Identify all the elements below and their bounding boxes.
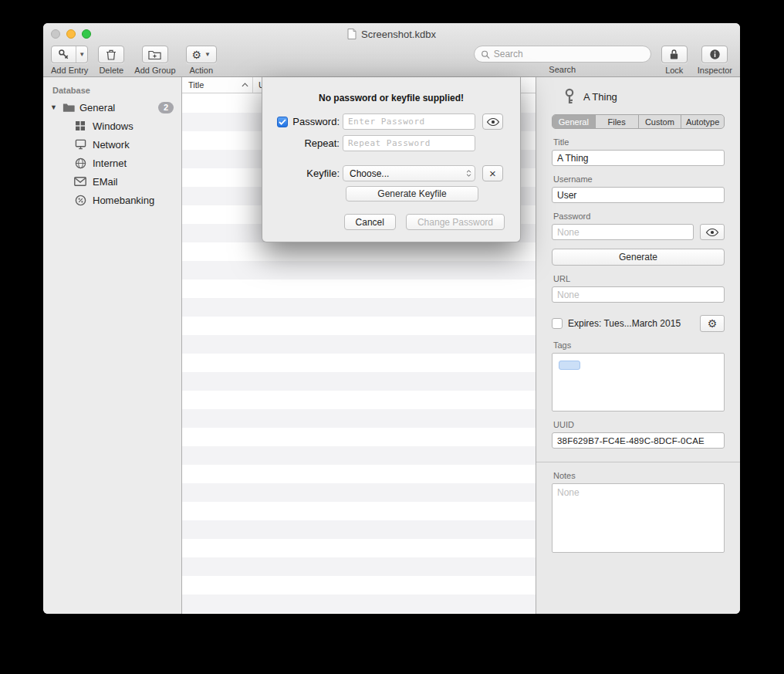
column-header-title[interactable]: Title xyxy=(182,77,253,93)
sidebar-item-network[interactable]: Network xyxy=(43,135,181,154)
enter-password-input[interactable] xyxy=(343,113,475,130)
password-checkbox[interactable] xyxy=(277,117,288,127)
tag-chip[interactable] xyxy=(559,361,580,370)
sidebar-item-general[interactable]: ▼ General 2 xyxy=(43,98,181,117)
tab-files[interactable]: Files xyxy=(595,115,638,128)
traffic-lights xyxy=(51,29,91,39)
generate-button[interactable]: Generate xyxy=(552,249,725,266)
sidebar-item-label: Windows xyxy=(93,120,133,132)
repeat-password-input[interactable] xyxy=(343,135,475,151)
keyfile-row: Keyfile: Choose... × xyxy=(262,165,520,181)
folder-icon xyxy=(63,101,75,113)
expires-row: Expires: Tues...March 2015 ⚙ xyxy=(552,315,725,332)
eye-icon xyxy=(705,228,719,237)
delete-button[interactable] xyxy=(98,46,124,63)
delete-label: Delete xyxy=(99,66,123,75)
sidebar-item-homebanking[interactable]: Homebanking xyxy=(43,191,181,209)
username-field[interactable] xyxy=(552,187,725,203)
inspector-button[interactable] xyxy=(701,46,728,63)
lock-button[interactable] xyxy=(661,46,688,63)
sidebar-item-label: Network xyxy=(93,139,130,151)
network-icon xyxy=(74,138,86,151)
add-entry-button[interactable]: ▼ xyxy=(51,46,88,63)
add-group-item: Add Group xyxy=(134,46,175,75)
inspector-tabs: General Files Custom Autotype xyxy=(552,114,725,129)
inspector-entry-header: A Thing xyxy=(552,85,725,114)
tags-box[interactable] xyxy=(552,353,725,412)
key-icon xyxy=(52,46,76,63)
titlebar: Screenshot.kdbx xyxy=(43,23,740,45)
document-icon xyxy=(347,29,357,39)
add-group-button[interactable] xyxy=(142,46,168,63)
window-title-group: Screenshot.kdbx xyxy=(347,29,436,40)
action-item: ⚙ ▼ Action xyxy=(186,46,217,75)
close-x-icon: × xyxy=(489,168,496,179)
app-window: Screenshot.kdbx ▼ Add Entry xyxy=(43,23,740,614)
inspector-label: Inspector xyxy=(698,66,732,75)
lock-label: Lock xyxy=(665,66,683,75)
globe-icon xyxy=(74,157,86,169)
trash-icon xyxy=(106,49,117,60)
action-button[interactable]: ⚙ ▼ xyxy=(186,46,217,63)
coin-percent-icon xyxy=(74,194,86,206)
reveal-password-button[interactable] xyxy=(700,224,725,240)
window-title: Screenshot.kdbx xyxy=(361,29,436,40)
chevron-down-icon: ▼ xyxy=(204,51,211,58)
eye-icon xyxy=(486,117,500,127)
action-label: Action xyxy=(189,66,213,75)
expires-settings-button[interactable]: ⚙ xyxy=(700,315,725,332)
divider xyxy=(536,462,740,462)
expires-label: Expires: Tues...March 2015 xyxy=(568,318,681,329)
search-label: Search xyxy=(549,65,576,74)
keyfile-popup[interactable]: Choose... xyxy=(343,165,475,181)
tab-general[interactable]: General xyxy=(553,115,595,128)
password-field[interactable] xyxy=(552,224,694,240)
search-icon xyxy=(481,49,490,59)
tab-custom[interactable]: Custom xyxy=(638,115,681,128)
search-input[interactable] xyxy=(494,49,644,59)
sidebar-item-windows[interactable]: Windows xyxy=(43,117,181,135)
zoom-button[interactable] xyxy=(82,29,91,39)
delete-item: Delete xyxy=(98,46,124,75)
sidebar-item-internet[interactable]: Internet xyxy=(43,154,181,172)
password-label: Password: xyxy=(292,116,340,127)
keyfile-label: Keyfile: xyxy=(306,168,340,179)
uuid-field[interactable] xyxy=(552,432,725,449)
password-row: Password: xyxy=(262,113,520,130)
sidebar-item-email[interactable]: EMail xyxy=(43,172,181,191)
sheet-buttons: Cancel Change Password xyxy=(344,214,505,230)
add-group-label: Add Group xyxy=(134,66,175,75)
lock-item: Lock xyxy=(661,46,688,75)
windows-icon xyxy=(74,120,86,132)
notes-area[interactable] xyxy=(552,483,725,553)
expires-checkbox[interactable] xyxy=(552,318,563,329)
notes-label: Notes xyxy=(553,471,725,480)
change-password-button[interactable]: Change Password xyxy=(406,214,505,230)
check-icon xyxy=(279,119,286,125)
lock-icon xyxy=(669,49,679,60)
generate-keyfile-button[interactable]: Generate Keyfile xyxy=(346,186,478,202)
sidebar-item-label: EMail xyxy=(93,176,118,188)
cancel-button[interactable]: Cancel xyxy=(344,214,396,230)
tab-autotype[interactable]: Autotype xyxy=(681,115,724,128)
minimize-button[interactable] xyxy=(66,29,76,39)
window-chrome: Screenshot.kdbx ▼ Add Entry xyxy=(43,23,740,77)
close-button xyxy=(51,29,60,39)
search-field[interactable] xyxy=(474,46,651,63)
keyfile-value: Choose... xyxy=(350,168,389,179)
inspector-panel: A Thing General Files Custom Autotype Ti… xyxy=(536,77,740,614)
folder-plus-icon xyxy=(148,49,161,60)
clear-keyfile-button[interactable]: × xyxy=(482,165,503,181)
add-entry-item: ▼ Add Entry xyxy=(51,46,88,75)
envelope-icon xyxy=(74,175,86,188)
sidebar: Database ▼ General 2 Windows Networ xyxy=(43,77,182,614)
entry-count-badge: 2 xyxy=(158,102,174,113)
url-field[interactable] xyxy=(552,286,725,303)
url-label: URL xyxy=(553,274,725,283)
key-icon xyxy=(563,88,576,105)
disclosure-triangle-icon[interactable]: ▼ xyxy=(50,103,58,111)
reveal-password-button[interactable] xyxy=(482,113,503,130)
add-entry-dropdown[interactable]: ▼ xyxy=(76,46,87,63)
title-field[interactable] xyxy=(552,150,725,166)
title-label: Title xyxy=(553,137,725,147)
